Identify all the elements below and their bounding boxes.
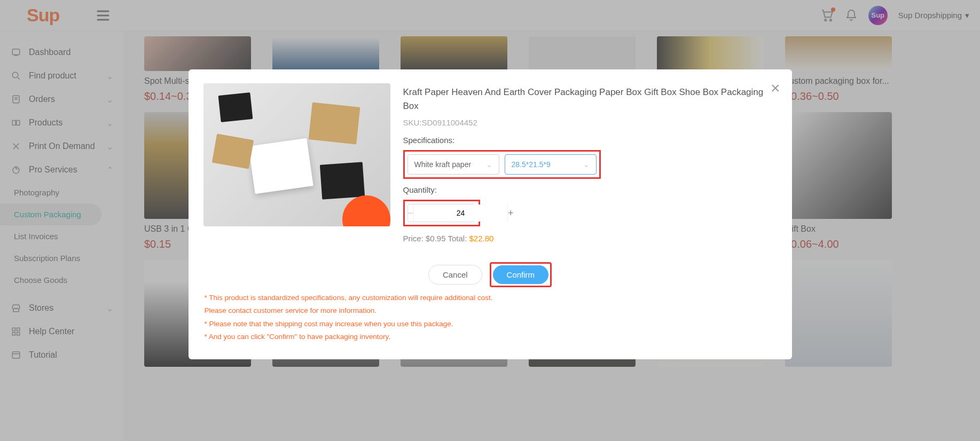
modal-info: Kraft Paper Heaven And Earth Cover Packa… <box>403 83 777 243</box>
select-value: White kraft paper <box>414 160 472 169</box>
product-modal: × Kraft Paper Heaven And Earth Cover Pac… <box>189 69 792 359</box>
modal-actions: Cancel Confirm <box>203 262 777 287</box>
note-line: * This product is standardized specifica… <box>205 293 777 303</box>
product-sku: SKU:SD0911004452 <box>403 118 777 127</box>
confirm-highlight: Confirm <box>490 262 552 287</box>
cancel-button[interactable]: Cancel <box>428 265 482 285</box>
spec-label: Specifications: <box>403 136 777 145</box>
modal-overlay[interactable]: × Kraft Paper Heaven And Earth Cover Pac… <box>0 0 980 441</box>
price-line: Price: $0.95 Total: $22.80 <box>403 234 777 243</box>
note-line: Please contact customer service for more… <box>205 305 777 316</box>
note-line: * Please note that the shipping cost may… <box>205 319 777 329</box>
total-amount: $22.80 <box>469 234 493 243</box>
quantity-stepper: − + <box>407 204 476 222</box>
select-value: 28.5*21.5*9 <box>512 160 551 169</box>
qty-highlight: − + <box>403 200 480 226</box>
note-line: * And you can click "Confirm" to have pa… <box>205 332 777 342</box>
close-icon[interactable]: × <box>771 79 780 97</box>
modal-body: Kraft Paper Heaven And Earth Cover Packa… <box>203 83 777 243</box>
qty-label: Quantilty: <box>403 185 777 194</box>
modal-notes: * This product is standardized specifica… <box>203 293 777 342</box>
product-title: Kraft Paper Heaven And Earth Cover Packa… <box>403 85 777 113</box>
qty-increment-button[interactable]: + <box>508 208 514 219</box>
product-image <box>203 83 390 226</box>
confirm-button[interactable]: Confirm <box>493 265 549 284</box>
spec-select-size[interactable]: 28.5*21.5*9 ⌄ <box>505 154 597 175</box>
chevron-down-icon: ⌄ <box>486 160 492 169</box>
qty-input[interactable] <box>413 204 508 222</box>
qty-decrement-button[interactable]: − <box>408 208 414 219</box>
spec-row-highlight: White kraft paper ⌄ 28.5*21.5*9 ⌄ <box>403 150 601 179</box>
spec-select-material[interactable]: White kraft paper ⌄ <box>407 154 499 175</box>
chevron-down-icon: ⌄ <box>583 160 590 169</box>
